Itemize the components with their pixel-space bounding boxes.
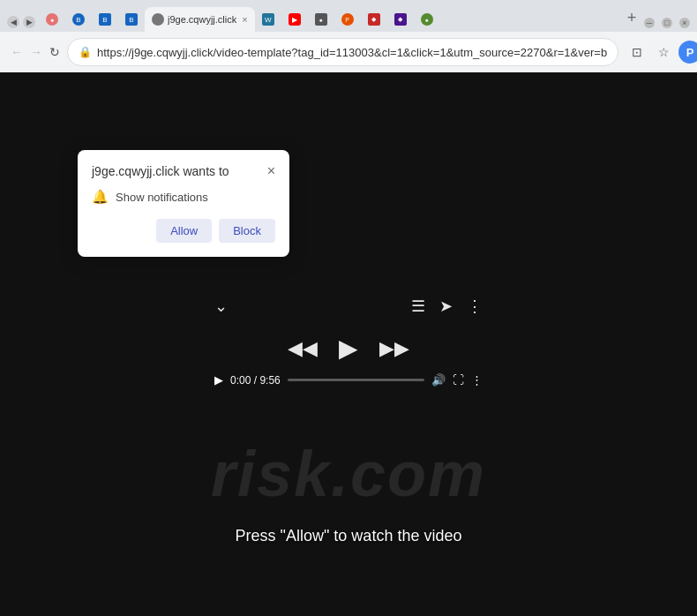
- tab-item-1[interactable]: ●: [39, 7, 65, 32]
- video-time: 0:00 / 9:56: [230, 374, 281, 387]
- watermark-text: risk.com: [211, 438, 486, 510]
- tab-item-4[interactable]: B: [118, 7, 145, 32]
- tab-favicon-e3: ◆: [368, 13, 380, 26]
- tab-item-2[interactable]: B: [65, 7, 92, 32]
- profile-icon[interactable]: P: [678, 41, 697, 64]
- bookmark-icon[interactable]: ☆: [652, 41, 675, 64]
- popup-header: j9ge.cqwyjj.click wants to ×: [92, 164, 275, 178]
- more-options-icon[interactable]: ⋮: [471, 373, 483, 387]
- popup-close-btn[interactable]: ×: [267, 164, 275, 178]
- popup-permission-row: 🔔 Show notifications: [92, 189, 275, 205]
- cast-icon[interactable]: ⊡: [626, 41, 648, 64]
- new-tab-btn[interactable]: +: [619, 7, 644, 32]
- allow-button[interactable]: Allow: [156, 219, 212, 243]
- video-bottom-bar: ▶ 0:00 / 9:56 🔊 ⛶ ⋮: [207, 373, 490, 392]
- block-button[interactable]: Block: [219, 219, 275, 243]
- tab-favicon-4: B: [125, 13, 138, 26]
- tab-item-active[interactable]: j9ge.cqwyjj.click ×: [145, 7, 255, 32]
- page-content: risk.com ⌄ ☰ ➤ ⋮ ◀◀ ▶ ▶▶ ▶ 0:00 /: [0, 72, 697, 616]
- tab-item-extra2[interactable]: P: [334, 7, 361, 32]
- tab-icon-2[interactable]: ▶: [23, 16, 35, 28]
- popup-buttons: Allow Block: [92, 219, 275, 243]
- back-btn[interactable]: ←: [11, 41, 23, 63]
- toolbar-right: ⊡ ☆ P ⋮: [626, 41, 697, 64]
- video-progress-row: ▶ 0:00 / 9:56 🔊 ⛶ ⋮: [214, 373, 483, 387]
- skip-forward-icon[interactable]: ▶▶: [379, 337, 409, 360]
- play-small-icon[interactable]: ▶: [214, 373, 223, 387]
- video-top-right-controls: ☰ ➤ ⋮: [411, 297, 483, 316]
- tab-item-3[interactable]: B: [92, 7, 118, 32]
- restore-btn[interactable]: □: [662, 18, 672, 28]
- tab-item-extra4[interactable]: ◆: [387, 7, 414, 32]
- playlist-icon[interactable]: ☰: [411, 297, 425, 316]
- progress-bar[interactable]: [288, 379, 424, 381]
- url-text: https://j9ge.cqwyjj.click/video-template…: [97, 46, 607, 59]
- tab-favicon-yt: ▶: [289, 13, 301, 26]
- tab-favicon-active: [152, 13, 164, 26]
- address-bar: ← → ↻ 🔒 https://j9ge.cqwyjj.click/video-…: [0, 32, 697, 72]
- tab-favicon-wp: W: [262, 13, 274, 26]
- popup-title: j9ge.cqwyjj.click wants to: [92, 164, 260, 178]
- window-controls: ─ □ ×: [644, 18, 690, 32]
- tab-favicon-1: ●: [46, 13, 58, 26]
- tab-favicon-3: B: [99, 13, 111, 26]
- lock-icon: 🔒: [79, 46, 92, 58]
- time-total: 9:56: [259, 374, 280, 387]
- reload-btn[interactable]: ↻: [49, 41, 60, 63]
- chevron-down-icon[interactable]: ⌄: [214, 297, 228, 316]
- tab-item-wp[interactable]: W: [255, 7, 281, 32]
- video-main-controls: ◀◀ ▶ ▶▶: [288, 334, 409, 363]
- tab-close-btn[interactable]: ×: [242, 14, 247, 25]
- tab-favicon-e5: ●: [421, 13, 433, 26]
- video-player: ⌄ ☰ ➤ ⋮ ◀◀ ▶ ▶▶ ▶ 0:00 / 9:56: [207, 297, 490, 392]
- tab-favicon-e4: ◆: [394, 13, 407, 26]
- url-bar[interactable]: 🔒 https://j9ge.cqwyjj.click/video-templa…: [67, 38, 618, 66]
- fullscreen-icon[interactable]: ⛶: [453, 373, 464, 387]
- skip-back-icon[interactable]: ◀◀: [288, 337, 318, 360]
- minimize-btn[interactable]: ─: [644, 18, 655, 28]
- forward-btn[interactable]: →: [30, 41, 42, 63]
- bell-icon: 🔔: [92, 189, 109, 205]
- tab-favicon-e1: ●: [315, 13, 327, 26]
- volume-icon[interactable]: 🔊: [431, 373, 446, 387]
- tab-title: j9ge.cqwyjj.click: [168, 14, 236, 25]
- play-btn[interactable]: ▶: [339, 334, 358, 363]
- time-current: 0:00: [230, 374, 251, 387]
- tab-item-extra3[interactable]: ◆: [361, 7, 387, 32]
- more-vert-icon[interactable]: ⋮: [467, 297, 483, 316]
- share-icon[interactable]: ➤: [439, 297, 453, 316]
- permission-text: Show notifications: [116, 191, 208, 204]
- notification-popup: j9ge.cqwyjj.click wants to × 🔔 Show noti…: [78, 150, 289, 257]
- tab-favicon-2: B: [72, 13, 85, 26]
- tab-favicon-e2: P: [341, 13, 354, 26]
- video-top-controls: ⌄ ☰ ➤ ⋮: [207, 297, 490, 316]
- tab-item-extra1[interactable]: ●: [308, 7, 334, 32]
- close-btn[interactable]: ×: [679, 18, 690, 28]
- tab-bar: ◀ ▶ ● B B B j9ge.cqwyjj.click × W: [0, 0, 697, 32]
- browser-chrome: ◀ ▶ ● B B B j9ge.cqwyjj.click × W: [0, 0, 697, 72]
- tab-item-extra5[interactable]: ●: [414, 7, 440, 32]
- tab-item-yt[interactable]: ▶: [281, 7, 308, 32]
- tab-nav-icons: ◀ ▶: [7, 16, 35, 32]
- tab-icon-1[interactable]: ◀: [7, 16, 19, 28]
- tabs-list: ● B B B j9ge.cqwyjj.click × W ▶: [39, 7, 619, 32]
- press-allow-text: Press "Allow" to watch the video: [236, 527, 462, 545]
